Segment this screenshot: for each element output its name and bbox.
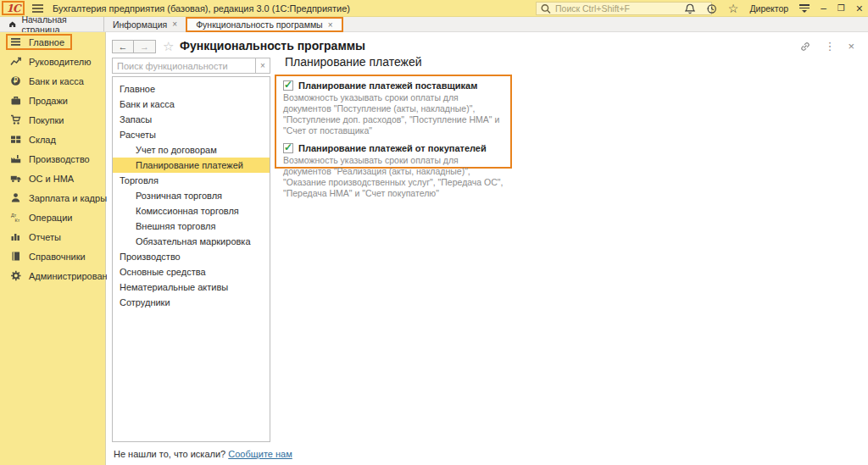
global-search-placeholder: Поиск Ctrl+Shift+F — [555, 3, 630, 14]
tab-information-label: Информация — [113, 19, 167, 30]
sidebar-item-label: ОС и НМА — [29, 174, 74, 184]
sidebar-item-label: Операции — [29, 213, 72, 223]
option-customer-payments[interactable]: ✓ Планирование платежей от покупателей — [283, 143, 504, 153]
window-title: Бухгалтерия предприятия (базовая), редак… — [53, 3, 350, 14]
person-icon — [10, 192, 22, 203]
nav-item-contract-accounting[interactable]: Учет по договорам — [113, 142, 270, 158]
sidebar-item-label: Банк и касса — [29, 76, 84, 86]
gear-icon — [10, 270, 22, 281]
sidebar-item-directories[interactable]: Справочники — [0, 246, 105, 266]
nav-item-foreign-trade[interactable]: Внешняя торговля — [113, 219, 270, 234]
sidebar-item-warehouse[interactable]: Склад — [0, 130, 105, 149]
restore-window-icon[interactable]: ❐ — [837, 4, 845, 13]
sidebar-item-label: Продажи — [29, 96, 68, 106]
functionality-nav-list: Главное Банк и касса Запасы Расчеты Учет… — [112, 76, 270, 442]
nav-item-intangible-assets[interactable]: Нематериальные активы — [113, 280, 270, 295]
panel-heading: Планирование платежей — [285, 55, 422, 69]
sidebar-item-label: Покупки — [29, 115, 64, 125]
option-supplier-payments[interactable]: ✓ Планирование платежей поставщикам — [283, 80, 504, 91]
sidebar-item-label: Склад — [29, 135, 56, 145]
option-label[interactable]: Планирование платежей поставщикам — [298, 80, 477, 91]
app-logo-annotation: 1С — [2, 1, 25, 15]
sidebar-item-reports[interactable]: Отчеты — [0, 227, 105, 246]
favorites-star-icon[interactable]: ☆ — [728, 3, 739, 14]
nav-item-settlements[interactable]: Расчеты — [113, 127, 270, 142]
nav-item-trade[interactable]: Торговля — [113, 173, 270, 188]
tab-home-label: Начальная страница — [21, 14, 95, 35]
sidebar-item-label: Справочники — [29, 252, 86, 262]
sidebar-item-main[interactable]: Главное — [0, 32, 105, 52]
nav-item-employees[interactable]: Сотрудники — [113, 295, 270, 310]
sidebar-item-bank-cash[interactable]: ₽ Банк и касса — [0, 71, 105, 91]
main-menu-icon[interactable] — [32, 4, 43, 13]
close-form-icon[interactable]: × — [848, 40, 854, 53]
tab-functionality[interactable]: Функциональность программы × — [186, 17, 342, 32]
nav-item-bank-cash[interactable]: Банк и касса — [113, 97, 270, 112]
main-content: ← → ☆ Функциональность программы ⋮ × Пои… — [107, 32, 868, 465]
sidebar-item-manager[interactable]: Руководителю — [0, 52, 105, 71]
checkbox-checked-icon: ✓ — [284, 141, 292, 153]
option-label[interactable]: Планирование платежей от покупателей — [298, 143, 487, 153]
close-window-icon[interactable]: × — [856, 3, 863, 14]
briefcase-icon — [10, 95, 22, 106]
feedback-question: Не нашли то, что искали? — [114, 449, 225, 459]
nav-item-commission-trade[interactable]: Комиссионная торговля — [113, 203, 270, 219]
tab-functionality-close-icon[interactable]: × — [328, 20, 333, 30]
sidebar-item-purchases[interactable]: Покупки — [0, 110, 105, 130]
sidebar-item-label: Администрирование — [29, 271, 118, 281]
sidebar-item-fixed-assets[interactable]: ОС и НМА — [0, 169, 105, 188]
tab-bar: Начальная страница Информация × Функцион… — [0, 17, 868, 32]
sidebar-item-payroll-hr[interactable]: Зарплата и кадры — [0, 188, 105, 208]
sidebar-item-label: Производство — [29, 154, 90, 164]
sidebar-item-administration[interactable]: Администрирование — [0, 266, 105, 285]
functionality-search-input[interactable]: Поиск функциональности × — [112, 58, 270, 74]
debit-credit-icon: Дт Кт — [10, 212, 22, 223]
nav-item-fixed-assets[interactable]: Основные средства — [113, 264, 270, 280]
menu-lines-icon — [10, 36, 22, 47]
svg-text:Кт: Кт — [15, 218, 20, 223]
sidebar-item-production[interactable]: Производство — [0, 149, 105, 169]
sidebar-item-label: Зарплата и кадры — [29, 193, 107, 203]
cart-icon — [10, 114, 22, 125]
grid-boxes-icon — [10, 134, 22, 145]
functionality-search-placeholder: Поиск функциональности — [113, 58, 255, 73]
get-link-icon[interactable] — [799, 41, 811, 52]
option-description: Возможность указывать сроки оплаты для д… — [283, 92, 504, 137]
more-menu-icon[interactable]: ⋮ — [824, 40, 835, 53]
forward-button[interactable]: → — [134, 40, 156, 53]
option-description: Возможность указывать сроки оплаты для д… — [283, 155, 504, 200]
ruble-circle-icon: ₽ — [10, 75, 22, 86]
sidebar-item-label: Руководителю — [29, 57, 91, 67]
minimize-icon[interactable]: – — [821, 3, 826, 14]
clear-search-icon[interactable]: × — [255, 58, 270, 73]
current-user[interactable]: Директор — [749, 3, 788, 14]
notifications-bell-icon[interactable] — [685, 3, 695, 14]
favorite-star-icon[interactable]: ☆ — [163, 39, 174, 54]
search-icon — [540, 3, 552, 14]
tab-functionality-label: Функциональность программы — [196, 19, 323, 30]
nav-item-main[interactable]: Главное — [113, 81, 270, 97]
tab-home[interactable]: Начальная страница — [0, 17, 103, 31]
section-sidebar: Главное Руководителю ₽ Банк и касса — [0, 32, 106, 465]
nav-item-mandatory-labeling[interactable]: Обязательная маркировка — [113, 234, 270, 249]
nav-item-payment-planning[interactable]: Планирование платежей — [113, 158, 270, 173]
tab-information-close-icon[interactable]: × — [172, 19, 177, 29]
history-icon[interactable] — [706, 3, 717, 14]
title-bar: 1С Бухгалтерия предприятия (базовая), ре… — [0, 0, 868, 17]
sidebar-item-operations[interactable]: Дт Кт Операции — [0, 208, 105, 227]
truck-icon — [10, 173, 22, 184]
service-menu-icon[interactable] — [799, 4, 810, 13]
checkbox-customer-payments[interactable]: ✓ — [283, 143, 293, 153]
sidebar-item-sales[interactable]: Продажи — [0, 91, 105, 110]
factory-icon — [10, 153, 22, 164]
svg-text:₽: ₽ — [14, 76, 18, 85]
feedback-link[interactable]: Сообщите нам — [228, 449, 292, 459]
tab-information[interactable]: Информация × — [103, 17, 186, 31]
trend-chart-icon — [10, 56, 22, 67]
checkbox-supplier-payments[interactable]: ✓ — [283, 80, 293, 91]
nav-item-stock[interactable]: Запасы — [113, 112, 270, 127]
checkbox-checked-icon: ✓ — [284, 79, 292, 91]
nav-item-production[interactable]: Производство — [113, 249, 270, 264]
back-button[interactable]: ← — [112, 40, 134, 53]
nav-item-retail-trade[interactable]: Розничная торговля — [113, 188, 270, 203]
